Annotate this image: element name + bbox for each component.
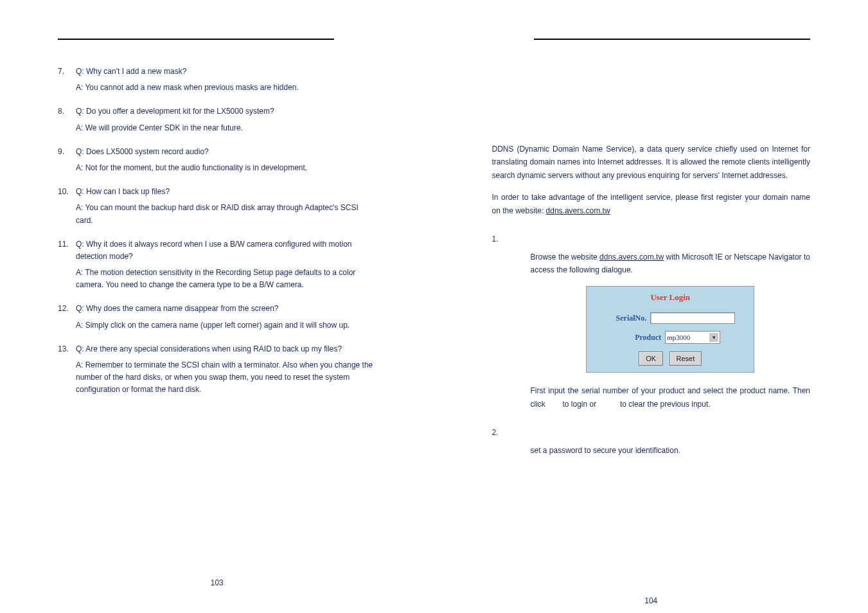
step-1-body: Browse the website ddns.avers.com.tw wit… [531,233,811,411]
answer-row: A: You cannot add a new mask when previo… [58,82,376,94]
qa-item: 8.Q: Do you offer a development kit for … [58,105,376,134]
step-1-number: 1. [492,233,531,245]
question-text: Q: Are there any special considerations … [76,343,376,355]
step-1: 1. Browse the website ddns.avers.com.tw … [492,233,811,411]
reset-button[interactable]: Reset [669,351,702,366]
ddns-link-2[interactable]: ddns.avers.com.tw [599,253,664,262]
qa-item: 7.Q: Why can't I add a new mask?A: You c… [58,66,376,94]
question-text: Q: Does LX5000 system record audio? [76,146,376,158]
step1-pre: Browse the website [531,253,600,262]
step-2-number: 2. [492,426,531,439]
qa-item: 10.Q: How can I back up files?A: You can… [58,186,376,227]
step-2: 2. set a password to secure your identif… [492,426,811,457]
ddns-intro-2: In order to take advantage of the intell… [492,191,811,217]
step-2-body: set a password to secure your identifica… [531,426,811,457]
product-label: Product [620,331,661,344]
top-divider-left [58,39,334,40]
answer-text: A: Not for the moment, but the audio fun… [76,162,376,174]
answer-text: A: Remember to terminate the SCSI chain … [76,359,376,396]
answer-text: A: The motion detection sensitivity in t… [76,267,376,291]
page-left: 7.Q: Why can't I add a new mask?A: You c… [0,0,434,613]
ok-button[interactable]: OK [639,351,663,366]
question-row: 8.Q: Do you offer a development kit for … [58,105,376,118]
serial-label: SerialNo. [605,312,646,324]
item-number: 13. [58,343,76,355]
question-text: Q: Why can't I add a new mask? [76,66,376,78]
page-right: DDNS (Dynamic Domain Name Service), a da… [434,0,869,613]
step-2-text: set a password to secure your identifica… [531,444,811,457]
answer-text: A: Simply click on the camera name (uppe… [76,319,376,332]
right-content: DDNS (Dynamic Domain Name Service), a da… [492,143,811,457]
step-1-instruction: Browse the website ddns.avers.com.tw wit… [531,251,811,277]
answer-row: A: Remember to terminate the SCSI chain … [58,359,376,396]
qa-item: 13.Q: Are there any special consideratio… [58,343,376,396]
page-number-left: 103 [0,578,434,587]
question-row: 10.Q: How can I back up files? [58,186,376,198]
qa-item: 11.Q: Why it does it always record when … [58,238,376,292]
answer-row: A: Simply click on the camera name (uppe… [58,319,376,332]
question-text: Q: Do you offer a development kit for th… [76,105,376,118]
answer-row: A: We will provide Center SDK in the nea… [58,122,376,134]
serial-input[interactable] [650,312,735,324]
item-number: 7. [58,66,76,78]
product-value: mp3000 [667,332,690,344]
ddns-intro-1: DDNS (Dynamic Domain Name Service), a da… [492,143,811,182]
ddns-link-1[interactable]: ddns.avers.com.tw [546,206,610,215]
answer-row: A: Not for the moment, but the audio fun… [58,162,376,174]
qa-item: 9.Q: Does LX5000 system record audio?A: … [58,146,376,174]
answer-text: A: We will provide Center SDK in the nea… [76,122,376,134]
user-login-dialog: User Login SerialNo. Product mp3000 ▼ OK [586,286,754,373]
top-divider-right [534,39,810,40]
question-row: 11.Q: Why it does it always record when … [58,238,376,263]
chevron-down-icon: ▼ [709,333,718,342]
product-select[interactable]: mp3000 ▼ [665,331,720,344]
product-row: Product mp3000 ▼ [587,328,754,347]
step-1-after: First input the serial number of your pr… [531,384,811,411]
item-number: 9. [58,146,76,158]
question-text: Q: Why it does it always record when I u… [76,238,376,263]
login-title: User Login [587,287,754,308]
answer-text: A: You can mount the backup hard disk or… [76,202,376,226]
question-row: 9.Q: Does LX5000 system record audio? [58,146,376,158]
serial-row: SerialNo. [587,308,754,328]
answer-text: A: You cannot add a new mask when previo… [76,82,376,94]
question-row: 12.Q: Why does the camera name disappear… [58,303,376,315]
intro2-text: In order to take advantage of the intell… [492,193,811,215]
question-row: 7.Q: Why can't I add a new mask? [58,66,376,78]
answer-row: A: The motion detection sensitivity in t… [58,267,376,291]
item-number: 12. [58,303,76,315]
qa-item: 12.Q: Why does the camera name disappear… [58,303,376,331]
item-number: 11. [58,238,76,251]
answer-row: A: You can mount the backup hard disk or… [58,202,376,226]
question-text: Q: How can I back up files? [76,186,376,198]
qa-list: 7.Q: Why can't I add a new mask?A: You c… [58,66,376,396]
item-number: 8. [58,105,76,118]
question-text: Q: Why does the camera name disappear fr… [76,303,376,315]
page-number-right: 104 [434,596,869,605]
login-buttons: OK Reset [587,348,754,373]
item-number: 10. [58,186,76,198]
question-row: 13.Q: Are there any special consideratio… [58,343,376,355]
